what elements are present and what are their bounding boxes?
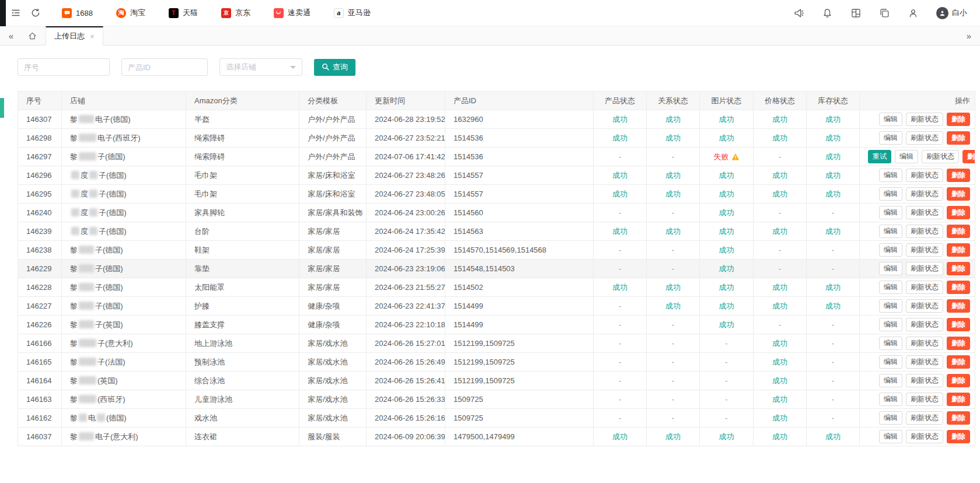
platform-tab-京东[interactable]: 京京东 bbox=[210, 0, 262, 26]
refresh-status-button[interactable]: 刷新状态 bbox=[906, 169, 943, 182]
edit-button[interactable]: 编辑 bbox=[879, 169, 902, 182]
delete-button[interactable]: 删除 bbox=[947, 243, 970, 257]
refresh-status-button[interactable]: 刷新状态 bbox=[906, 187, 943, 201]
status-success: 成功 bbox=[612, 432, 627, 441]
delete-button[interactable]: 删除 bbox=[962, 150, 975, 163]
edit-button[interactable]: 编辑 bbox=[879, 374, 902, 387]
platform-tab-亚马逊[interactable]: a亚马逊 bbox=[322, 0, 382, 26]
edit-button[interactable]: 编辑 bbox=[879, 430, 902, 443]
cell-stock-status: 成功 bbox=[807, 166, 860, 185]
delete-button[interactable]: 删除 bbox=[947, 131, 970, 145]
platform-tab-速卖通[interactable]: 速卖通 bbox=[262, 0, 322, 26]
user-menu[interactable]: 白小 bbox=[936, 7, 967, 19]
seq-input[interactable] bbox=[18, 58, 110, 76]
delete-button[interactable]: 删除 bbox=[947, 374, 970, 387]
cell-seq: 146295 bbox=[18, 185, 62, 204]
refresh-status-button[interactable]: 刷新状态 bbox=[906, 393, 943, 406]
refresh-status-button[interactable]: 刷新状态 bbox=[906, 318, 943, 331]
shop-select[interactable]: 选择店铺 bbox=[219, 58, 302, 76]
scroll-tabs-right-icon[interactable]: » bbox=[958, 31, 980, 41]
edit-button[interactable]: 编辑 bbox=[879, 393, 902, 406]
delete-button[interactable]: 删除 bbox=[947, 411, 970, 425]
edit-button[interactable]: 编辑 bbox=[879, 113, 902, 126]
delete-button[interactable]: 删除 bbox=[947, 225, 970, 238]
refresh-status-button[interactable]: 刷新状态 bbox=[906, 374, 943, 387]
product-id-input[interactable] bbox=[121, 58, 208, 76]
home-icon[interactable] bbox=[22, 31, 42, 41]
cell-actions: 编辑刷新状态删除 bbox=[860, 353, 975, 372]
edit-button[interactable]: 编辑 bbox=[879, 411, 902, 425]
menu-fold-icon[interactable] bbox=[6, 0, 26, 26]
platform-tab-淘宝[interactable]: 淘淘宝 bbox=[104, 0, 157, 26]
apps-grid-icon[interactable] bbox=[850, 8, 862, 19]
delete-button[interactable]: 删除 bbox=[947, 393, 970, 406]
refresh-status-button[interactable]: 刷新状态 bbox=[906, 225, 943, 238]
cell-actions: 编辑刷新状态删除 bbox=[860, 129, 975, 148]
edit-button[interactable]: 编辑 bbox=[879, 225, 902, 238]
edit-button[interactable]: 编辑 bbox=[879, 262, 902, 275]
cell-actions: 编辑刷新状态删除 bbox=[860, 185, 975, 204]
delete-button[interactable]: 删除 bbox=[947, 430, 970, 443]
refresh-status-button[interactable]: 刷新状态 bbox=[906, 411, 943, 425]
delete-button[interactable]: 删除 bbox=[947, 281, 970, 294]
refresh-status-button[interactable]: 刷新状态 bbox=[906, 243, 943, 257]
edit-button[interactable]: 编辑 bbox=[879, 337, 902, 350]
status-success: 成功 bbox=[772, 134, 787, 142]
edit-button[interactable]: 编辑 bbox=[879, 281, 902, 294]
scroll-tabs-left-icon[interactable]: « bbox=[0, 31, 22, 41]
refresh-status-button[interactable]: 刷新状态 bbox=[906, 355, 943, 369]
delete-button[interactable]: 删除 bbox=[947, 299, 970, 313]
column-header-更新时间: 更新时间 bbox=[367, 92, 445, 110]
refresh-icon[interactable] bbox=[26, 0, 46, 26]
refresh-status-button[interactable]: 刷新状态 bbox=[906, 113, 943, 126]
delete-button[interactable]: 删除 bbox=[947, 206, 970, 219]
shop-name-text: 黎 bbox=[70, 320, 78, 329]
refresh-status-button[interactable]: 刷新状态 bbox=[906, 281, 943, 294]
platform-tab-天猫[interactable]: T天猫 bbox=[157, 0, 210, 26]
retry-button[interactable]: 重试 bbox=[868, 150, 891, 163]
delete-button[interactable]: 删除 bbox=[947, 187, 970, 201]
refresh-status-button[interactable]: 刷新状态 bbox=[906, 337, 943, 350]
edit-button[interactable]: 编辑 bbox=[895, 150, 918, 163]
search-button[interactable]: 查询 bbox=[314, 59, 355, 76]
edit-button[interactable]: 编辑 bbox=[879, 187, 902, 201]
cell-price-status: - bbox=[754, 260, 807, 278]
edit-button[interactable]: 编辑 bbox=[879, 243, 902, 257]
status-empty: - bbox=[619, 302, 621, 310]
refresh-status-button[interactable]: 刷新状态 bbox=[906, 131, 943, 145]
status-empty: - bbox=[672, 264, 674, 273]
delete-button[interactable]: 删除 bbox=[947, 337, 970, 350]
edit-button[interactable]: 编辑 bbox=[879, 131, 902, 145]
refresh-status-button[interactable]: 刷新状态 bbox=[906, 262, 943, 275]
edit-button[interactable]: 编辑 bbox=[879, 299, 902, 313]
cell-category-template: 家居/床和浴室 bbox=[299, 185, 367, 204]
delete-button[interactable]: 删除 bbox=[947, 355, 970, 369]
status-empty: - bbox=[725, 358, 727, 366]
delete-button[interactable]: 删除 bbox=[947, 262, 970, 275]
cell-actions: 编辑刷新状态删除 bbox=[860, 204, 975, 222]
platform-tab-label: 京东 bbox=[235, 8, 250, 18]
tab-upload-log[interactable]: 上传日志 × bbox=[46, 26, 103, 46]
cell-stock-status: - bbox=[807, 372, 860, 390]
refresh-status-button[interactable]: 刷新状态 bbox=[922, 150, 959, 163]
announcement-icon[interactable] bbox=[793, 8, 804, 19]
refresh-status-button[interactable]: 刷新状态 bbox=[906, 430, 943, 443]
cell-amazon-category: 膝盖支撑 bbox=[186, 316, 299, 334]
delete-button[interactable]: 删除 bbox=[947, 169, 970, 182]
edit-button[interactable]: 编辑 bbox=[879, 355, 902, 369]
refresh-status-button[interactable]: 刷新状态 bbox=[906, 206, 943, 219]
delete-button[interactable]: 删除 bbox=[947, 113, 970, 126]
contacts-icon[interactable] bbox=[908, 8, 919, 19]
cell-amazon-category: 绳索障碍 bbox=[186, 129, 299, 148]
edit-button[interactable]: 编辑 bbox=[879, 206, 902, 219]
cell-product-status: 成功 bbox=[594, 222, 647, 241]
cell-category-template: 家居/家具和装饰 bbox=[299, 204, 367, 222]
clone-window-icon[interactable] bbox=[879, 8, 890, 19]
notifications-bell-icon[interactable] bbox=[822, 8, 833, 19]
edit-button[interactable]: 编辑 bbox=[879, 318, 902, 331]
delete-button[interactable]: 删除 bbox=[947, 318, 970, 331]
refresh-status-button[interactable]: 刷新状态 bbox=[906, 299, 943, 313]
close-tab-icon[interactable]: × bbox=[90, 33, 95, 40]
cell-shop: 黎(英国) bbox=[62, 372, 186, 390]
platform-tab-1688[interactable]: 1688 bbox=[50, 0, 104, 26]
